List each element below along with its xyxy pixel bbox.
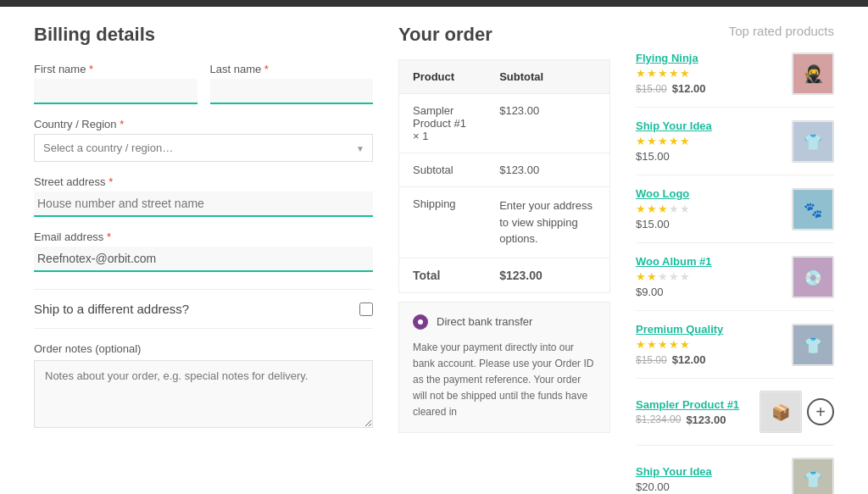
price-single: $20.00: [636, 480, 670, 493]
payment-option: Direct bank transfer: [413, 314, 596, 330]
product-thumbnail: 🐾: [792, 188, 834, 230]
payment-method-label: Direct bank transfer: [437, 315, 532, 328]
ship-different-checkbox[interactable]: [359, 303, 373, 316]
product-stars: ★★★★★: [636, 270, 783, 283]
table-row: Sampler Product #1 × 1 $123.00: [399, 94, 610, 153]
payment-box: Direct bank transfer Make your payment d…: [398, 302, 610, 434]
list-item: Premium Quality ★★★★★ $15.00$12.00 👕: [636, 323, 834, 379]
filled-star: ★: [669, 67, 679, 80]
product-name[interactable]: Ship Your Idea: [636, 119, 783, 132]
filled-star: ★: [647, 67, 657, 80]
total-label: Total: [399, 258, 487, 292]
list-item: Flying Ninja ★★★★★ $15.00$12.00 🥷: [636, 52, 834, 108]
price-old: $1,234.00: [636, 414, 681, 425]
filled-star: ★: [658, 203, 668, 215]
svg-text:🐾: 🐾: [804, 201, 823, 219]
street-input[interactable]: [34, 191, 373, 217]
filled-star: ★: [636, 67, 646, 80]
filled-star: ★: [647, 203, 657, 215]
filled-star: ★: [658, 135, 668, 147]
product-stars: ★★★★★: [636, 67, 783, 80]
empty-star: ★: [658, 270, 668, 283]
product-info: Woo Album #1 ★★★★★ $9.00: [636, 255, 792, 298]
payment-radio[interactable]: [413, 314, 428, 330]
price-new: $12.00: [672, 82, 706, 95]
total-value: $123.00: [486, 258, 609, 292]
price-new: $123.00: [686, 414, 726, 426]
sidebar: Top rated products Flying Ninja ★★★★★ $1…: [627, 24, 834, 494]
empty-star: ★: [669, 203, 679, 215]
list-item: Ship Your Idea $20.00 👕: [636, 458, 834, 494]
filled-star: ★: [636, 270, 646, 283]
product-name[interactable]: Premium Quality: [636, 323, 783, 336]
order-table: Product Subtotal Sampler Product #1 × 1 …: [398, 59, 610, 293]
product-thumbnail: 👕: [792, 120, 834, 163]
payment-description: Make your payment directly into our bank…: [413, 340, 596, 421]
email-label: Email address *: [34, 230, 373, 243]
filled-star: ★: [647, 270, 657, 283]
product-name[interactable]: Sampler Product #1: [636, 398, 751, 411]
ship-different-label: Ship to a different address?: [34, 302, 189, 316]
billing-title: Billing details: [34, 24, 373, 46]
first-name-input[interactable]: [34, 79, 198, 104]
filled-star: ★: [680, 67, 690, 80]
product-stars: ★★★★★: [636, 338, 783, 351]
shipping-value: Enter your address to view shipping opti…: [486, 187, 609, 258]
order-notes-label: Order notes (optional): [34, 342, 373, 355]
product-stars: ★★★★★: [636, 203, 783, 215]
filled-star: ★: [636, 338, 646, 351]
product-thumbnail: 🥷: [792, 53, 834, 95]
sidebar-title: Top rated products: [636, 24, 834, 38]
product-name-cell: Sampler Product #1 × 1: [399, 94, 487, 153]
shipping-label: Shipping: [399, 187, 487, 258]
filled-star: ★: [680, 135, 690, 147]
product-thumbnail: 📦: [760, 391, 802, 433]
country-label: Country / Region *: [34, 118, 373, 130]
order-section: Your order Product Subtotal Sampler Prod…: [398, 24, 627, 494]
price-old: $15.00: [636, 354, 667, 366]
price-new: $12.00: [672, 353, 706, 366]
product-name[interactable]: Woo Logo: [636, 187, 783, 200]
total-row: Total $123.00: [399, 258, 610, 292]
order-title: Your order: [398, 24, 610, 46]
product-info: Ship Your Idea $20.00: [636, 465, 792, 493]
svg-text:📦: 📦: [771, 403, 791, 422]
filled-star: ★: [636, 203, 646, 215]
first-name-label: First name *: [34, 63, 198, 75]
product-price-cell: $123.00: [486, 94, 609, 153]
filled-star: ★: [658, 338, 668, 351]
subtotal-label: Subtotal: [399, 153, 487, 187]
product-info: Flying Ninja ★★★★★ $15.00$12.00: [636, 52, 792, 95]
shipping-row: Shipping Enter your address to view ship…: [399, 187, 610, 258]
product-thumbnail: 💿: [792, 256, 834, 298]
price-single: $9.00: [636, 286, 664, 298]
add-to-cart-button[interactable]: +: [807, 398, 834, 425]
price-old: $15.00: [636, 83, 667, 95]
filled-star: ★: [647, 338, 657, 351]
subtotal-row: Subtotal $123.00: [399, 153, 610, 187]
subtotal-value: $123.00: [486, 153, 609, 187]
price-single: $15.00: [636, 150, 670, 163]
filled-star: ★: [680, 338, 690, 351]
col-subtotal: Subtotal: [486, 60, 609, 94]
product-thumbnail: 👕: [792, 458, 834, 494]
product-info: Woo Logo ★★★★★ $15.00: [636, 187, 792, 230]
empty-star: ★: [680, 270, 690, 283]
product-name[interactable]: Woo Album #1: [636, 255, 783, 268]
filled-star: ★: [636, 135, 646, 147]
product-thumbnail: 👕: [792, 324, 834, 366]
email-input[interactable]: [34, 247, 373, 272]
list-item: Woo Album #1 ★★★★★ $9.00 💿: [636, 255, 834, 311]
order-notes-textarea[interactable]: [34, 360, 373, 428]
svg-text:👕: 👕: [804, 133, 823, 152]
product-name[interactable]: Ship Your Idea: [636, 465, 783, 478]
country-select[interactable]: Select a country / region…: [34, 134, 373, 162]
last-name-input[interactable]: [210, 79, 374, 104]
svg-text:👕: 👕: [804, 470, 823, 489]
street-label: Street address *: [34, 175, 373, 188]
list-item: Ship Your Idea ★★★★★ $15.00 👕: [636, 119, 834, 175]
product-name[interactable]: Flying Ninja: [636, 52, 783, 64]
product-stars: ★★★★★: [636, 135, 783, 147]
price-single: $15.00: [636, 218, 670, 230]
product-info: Sampler Product #1 $1,234.00$123.00: [636, 398, 760, 426]
